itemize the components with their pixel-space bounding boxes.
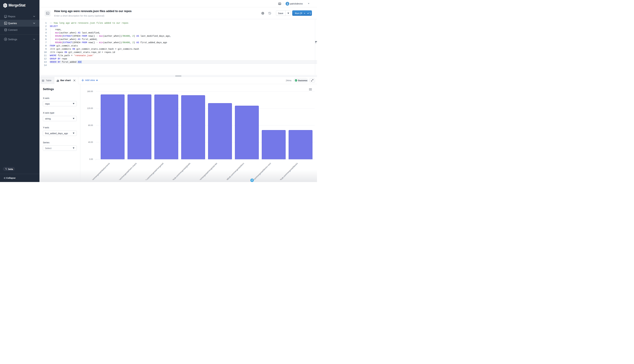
svg-text:github.com/mergestat/blocks-ne: github.com/mergestat/blocks-next (248, 162, 271, 180)
svg-text:github.com/mergestat/helm-char: github.com/mergestat/helm-charts (114, 162, 137, 180)
svg-text:github.com/mergestat/docs: github.com/mergestat/docs (226, 162, 244, 180)
svg-text:120.00: 120.00 (87, 107, 93, 110)
svg-text:github.com/mergestat/blocks: github.com/mergestat/blocks (278, 162, 298, 180)
svg-text:0.00: 0.00 (89, 158, 93, 160)
svg-text:github.com/mergestat/deploymen: github.com/mergestat/deployments (86, 162, 110, 180)
svg-text:160.00: 160.00 (87, 90, 93, 92)
svg-text:80.00: 80.00 (88, 124, 93, 126)
svg-text:github.com/mergestat/mergestat: github.com/mergestat/mergestat (142, 162, 164, 180)
svg-text:40.00: 40.00 (88, 141, 93, 143)
svg-text:github.com/mergestat/mergestat: github.com/mergestat/mergestat-lite (193, 162, 218, 180)
svg-text:github.com/mergestat/gitutils: github.com/mergestat/gitutils (171, 162, 191, 180)
